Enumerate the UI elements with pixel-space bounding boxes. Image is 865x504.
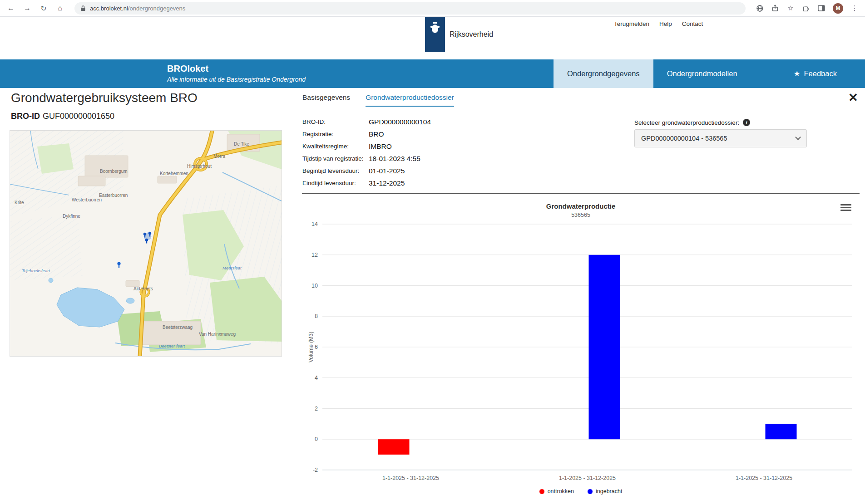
- map-label-place: Van Harinxmaweg: [199, 332, 236, 337]
- legend-item-onttrokken[interactable]: onttrokken: [539, 488, 574, 494]
- reload-icon[interactable]: ↻: [39, 4, 48, 13]
- chart-subtitle: 536565: [302, 212, 860, 218]
- y-tick-label: 4: [315, 375, 318, 381]
- legend-dot-red: [539, 489, 544, 494]
- y-tick-label: 8: [315, 313, 318, 319]
- y-tick-label: 14: [311, 221, 318, 227]
- tab-basisgegevens[interactable]: Basisgegevens: [302, 93, 350, 107]
- map-grassland: [37, 143, 74, 174]
- nav-item-ondergrondmodellen[interactable]: Ondergrondmodellen: [653, 59, 751, 88]
- bro-id-line: BRO-IDGUF000000001650: [11, 112, 114, 121]
- map-village-kortehemmen: [158, 176, 177, 183]
- field-value: 18-01-2023 4:55: [369, 155, 420, 163]
- lock-icon: [80, 5, 86, 11]
- field-label: Kwaliteitsregime:: [302, 143, 369, 150]
- legend-item-ingebracht[interactable]: ingebracht: [588, 488, 622, 494]
- chart-legend: onttrokken ingebracht: [302, 488, 860, 494]
- map-village-boornbergum: [85, 156, 128, 177]
- field-label: BRO-ID:: [302, 118, 369, 125]
- legend-label: ingebracht: [596, 488, 622, 494]
- url-bar[interactable]: acc.broloket.nl/ondergrondgegevens: [74, 2, 746, 15]
- field-row: Tijdstip van registratie: 18-01-2023 4:5…: [302, 152, 431, 165]
- nav-item-ondergrondgegevens[interactable]: Ondergrondgegevens: [554, 59, 653, 88]
- map-label-place: Himsterhout: [187, 164, 212, 169]
- map-label-place: De Tike: [234, 142, 249, 147]
- x-category-label: 1-1-2025 - 31-12-2025: [382, 475, 439, 481]
- extensions-icon[interactable]: [802, 4, 810, 12]
- field-row: Kwaliteitsregime: IMBRO: [302, 140, 431, 152]
- map-label-place: Dykfinne: [63, 214, 80, 219]
- field-label: Registratie:: [302, 131, 369, 137]
- map-label-water: Trijehoeksfeart: [22, 268, 50, 273]
- tab-grondwaterproductiedossier[interactable]: Grondwaterproductiedossier: [366, 93, 454, 107]
- header-link-contact[interactable]: Contact: [682, 20, 703, 27]
- map-label-place: Morra: [213, 154, 226, 159]
- legend-dot-blue: [588, 489, 593, 494]
- url-domain: acc.broloket.nl: [90, 5, 128, 12]
- browser-actions: ☆ M ⋮: [756, 3, 859, 14]
- map-label-place: Ald Beets: [133, 286, 153, 291]
- dossier-select-label: Selecteer grondwaterproductiedossier: i: [634, 119, 750, 126]
- browser-menu-icon[interactable]: ⋮: [850, 4, 859, 12]
- nav-item-label: Feedback: [804, 69, 836, 78]
- url-path: /ondergrondgegevens: [128, 5, 186, 12]
- field-value: GPD000000000104: [369, 118, 431, 126]
- url-text: acc.broloket.nl/ondergrondgegevens: [90, 5, 185, 12]
- dossier-select-dropdown[interactable]: GPD000000000104 - 536565: [634, 129, 807, 147]
- bar-ingebracht[interactable]: [766, 424, 797, 439]
- brand-name: BROloket: [167, 64, 306, 74]
- grondwaterproductie-chart: -2024681012141-1-2025 - 31-12-20251-1-20…: [302, 200, 860, 501]
- field-row: Begintijd levensduur: 01-01-2025: [302, 165, 431, 177]
- detail-tabs: Basisgegevens Grondwaterproductiedossier: [302, 93, 454, 107]
- map-pond: [49, 278, 53, 283]
- bar-ingebracht[interactable]: [589, 255, 620, 440]
- bar-onttrokken[interactable]: [378, 439, 410, 455]
- detail-fields: BRO-ID: GPD000000000104 Registratie: BRO…: [302, 116, 431, 189]
- field-label: Begintijd levensduur:: [302, 167, 369, 174]
- y-tick-label: -2: [313, 467, 318, 473]
- y-tick-label: 0: [315, 436, 318, 442]
- rijksoverheid-crest-icon: [429, 21, 441, 39]
- x-category-label: 1-1-2025 - 31-12-2025: [559, 475, 616, 481]
- back-icon[interactable]: ←: [6, 4, 15, 12]
- chevron-down-icon: [795, 134, 801, 140]
- map-canvas: De TikeMorraHimsterhoutKortehemmenBoornb…: [10, 131, 282, 356]
- y-tick-label: 6: [315, 344, 318, 350]
- map-label-place: Westerbuorren: [72, 197, 102, 202]
- map-pond: [126, 298, 134, 303]
- rijksoverheid-logo: [425, 17, 445, 52]
- profile-avatar[interactable]: M: [833, 3, 843, 14]
- header-link-help[interactable]: Help: [659, 20, 672, 27]
- dossier-select-label-text: Selecteer grondwaterproductiedossier:: [634, 119, 739, 126]
- map-label-place: Boornbergum: [100, 169, 128, 174]
- home-icon[interactable]: ⌂: [55, 4, 64, 12]
- field-value: 01-01-2025: [369, 167, 405, 175]
- translate-icon[interactable]: [756, 4, 764, 12]
- nav-menu: Ondergrondgegevens Ondergrondmodellen ★ …: [554, 59, 850, 88]
- nav-item-label: Ondergrondgegevens: [567, 69, 640, 78]
- site-header: Rijksoverheid Terugmelden Help Contact: [0, 17, 865, 59]
- main-navbar: BROloket Alle informatie uit de Basisreg…: [0, 59, 865, 88]
- field-label: Tijdstip van registratie:: [302, 155, 369, 162]
- map-label-place: Kortehemmen: [160, 171, 188, 176]
- nav-item-label: Ondergrondmodellen: [667, 69, 737, 78]
- bro-id-value: GUF000000001650: [43, 112, 114, 121]
- forward-icon[interactable]: →: [23, 4, 32, 12]
- nav-item-feedback[interactable]: ★ Feedback: [780, 59, 850, 88]
- field-label: Eindtijd levensduur:: [302, 180, 369, 186]
- rijksoverheid-wordmark: Rijksoverheid: [450, 30, 493, 39]
- chart-export-menu-icon[interactable]: [840, 204, 851, 213]
- screen: ← → ↻ ⌂ acc.broloket.nl/ondergrondgegeve…: [0, 0, 865, 504]
- chart-title: Grondwaterproductie: [302, 202, 860, 210]
- info-icon[interactable]: i: [743, 119, 750, 126]
- brand-block[interactable]: BROloket Alle informatie uit de Basisreg…: [167, 64, 306, 83]
- field-row: Registratie: BRO: [302, 128, 431, 140]
- map-label-place: Beetsterzwaag: [163, 325, 193, 330]
- share-icon[interactable]: [771, 4, 779, 12]
- sidepanel-icon[interactable]: [817, 4, 825, 12]
- location-map[interactable]: De TikeMorraHimsterhoutKortehemmenBoornb…: [10, 131, 282, 356]
- browser-toolbar: ← → ↻ ⌂ acc.broloket.nl/ondergrondgegeve…: [0, 0, 865, 17]
- close-icon[interactable]: ✕: [848, 91, 858, 105]
- bookmark-star-icon[interactable]: ☆: [786, 4, 795, 12]
- header-link-terugmelden[interactable]: Terugmelden: [614, 20, 649, 27]
